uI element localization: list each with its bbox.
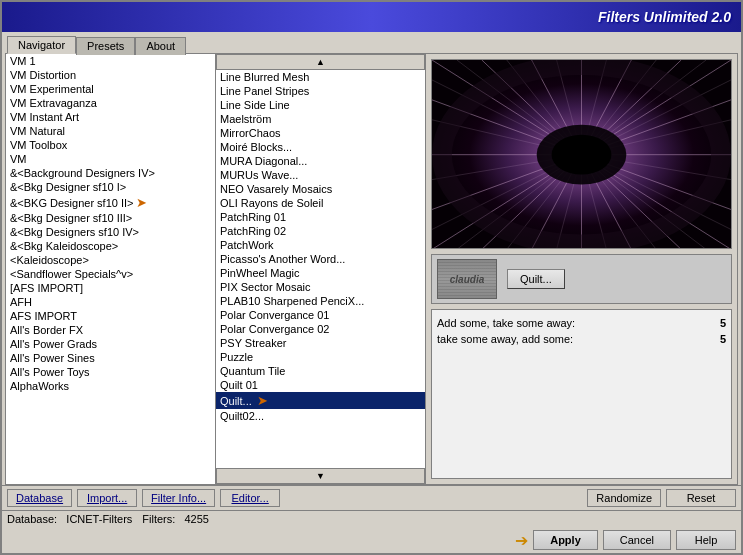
left-list-item[interactable]: AlphaWorks <box>6 379 215 393</box>
preview-image <box>431 59 732 249</box>
left-list-item[interactable]: All's Power Grads <box>6 337 215 351</box>
left-list-item[interactable]: <Kaleidoscope> <box>6 253 215 267</box>
middle-list-item[interactable]: Picasso's Another Word... <box>216 252 425 266</box>
tab-navigator[interactable]: Navigator <box>7 36 76 54</box>
left-list-item[interactable]: AFH <box>6 295 215 309</box>
left-list-item[interactable]: AFS IMPORT <box>6 309 215 323</box>
left-list-item[interactable]: &<Bkg Designer sf10 III> <box>6 211 215 225</box>
tab-presets[interactable]: Presets <box>76 37 135 55</box>
left-list-item[interactable]: VM Instant Art <box>6 110 215 124</box>
middle-list-item[interactable]: Quilt... ➤ <box>216 392 425 409</box>
left-panel: VM 1VM DistortionVM ExperimentalVM Extra… <box>6 54 216 484</box>
apply-arrow-icon: ➔ <box>515 531 528 550</box>
left-list-item[interactable]: [AFS IMPORT] <box>6 281 215 295</box>
left-list-item[interactable]: &<Background Designers IV> <box>6 166 215 180</box>
middle-list-item[interactable]: PatchRing 02 <box>216 224 425 238</box>
apply-btn[interactable]: Apply <box>533 530 598 550</box>
middle-list-item[interactable]: Polar Convergance 02 <box>216 322 425 336</box>
middle-list-item[interactable]: PLAB10 Sharpened PenciX... <box>216 294 425 308</box>
middle-list-item[interactable]: Quilt02... <box>216 409 425 423</box>
tab-bar: Navigator Presets About <box>2 32 741 53</box>
left-list-item[interactable]: &<Bkg Designers sf10 IV> <box>6 225 215 239</box>
left-list-item[interactable]: VM <box>6 152 215 166</box>
import-btn[interactable]: Import... <box>77 489 137 507</box>
reset-btn[interactable]: Reset <box>666 489 736 507</box>
left-list-item[interactable]: All's Power Toys <box>6 365 215 379</box>
middle-list-item[interactable]: MURUs Wave... <box>216 168 425 182</box>
quilt-btn[interactable]: Quilt... <box>507 269 565 289</box>
tab-about[interactable]: About <box>135 37 186 55</box>
middle-list-item[interactable]: PatchWork <box>216 238 425 252</box>
param-label: Add some, take some away: <box>437 317 575 329</box>
randomize-btn[interactable]: Randomize <box>587 489 661 507</box>
left-list-item[interactable]: VM Natural <box>6 124 215 138</box>
bottom-toolbar: Database Import... Filter Info... Editor… <box>2 485 741 510</box>
middle-list-item[interactable]: OLI Rayons de Soleil <box>216 196 425 210</box>
database-label: Database: ICNET-Filters <box>7 513 132 525</box>
param-value: 5 <box>720 317 726 329</box>
title-bar: Filters Unlimited 2.0 <box>2 2 741 32</box>
middle-list-item[interactable]: Quilt 01 <box>216 378 425 392</box>
params-area: Add some, take some away:5take some away… <box>431 309 732 479</box>
left-list-item[interactable]: &<Bkg Kaleidoscope> <box>6 239 215 253</box>
middle-list[interactable]: Line Blurred MeshLine Panel StripesLine … <box>216 70 425 468</box>
left-list[interactable]: VM 1VM DistortionVM ExperimentalVM Extra… <box>6 54 215 484</box>
left-list-item[interactable]: VM 1 <box>6 54 215 68</box>
param-row: Add some, take some away:5 <box>437 315 726 331</box>
quilt-button-area: Quilt... <box>507 269 726 289</box>
middle-list-item[interactable]: PIX Sector Mosaic <box>216 280 425 294</box>
title-bar-text: Filters Unlimited 2.0 <box>598 9 731 25</box>
left-list-item[interactable]: &<Bkg Designer sf10 I> <box>6 180 215 194</box>
left-list-item[interactable]: All's Border FX <box>6 323 215 337</box>
left-list-item[interactable]: <Sandflower Specials^v> <box>6 267 215 281</box>
left-list-item[interactable]: &<BKG Designer sf10 II> ➤ <box>6 194 215 211</box>
middle-list-item[interactable]: Line Side Line <box>216 98 425 112</box>
left-list-item[interactable]: All's Power Sines <box>6 351 215 365</box>
scroll-down-btn[interactable]: ▼ <box>216 468 425 484</box>
middle-list-item[interactable]: PatchRing 01 <box>216 210 425 224</box>
status-bar: Database: ICNET-Filters Filters: 4255 <box>2 510 741 527</box>
left-list-item[interactable]: VM Experimental <box>6 82 215 96</box>
middle-list-item[interactable]: PinWheel Magic <box>216 266 425 280</box>
middle-list-item[interactable]: MirrorChaos <box>216 126 425 140</box>
middle-list-item[interactable]: Puzzle <box>216 350 425 364</box>
watermark-area: claudia Quilt... <box>431 254 732 304</box>
arrow-icon: ➤ <box>136 195 147 210</box>
middle-list-item[interactable]: MURA Diagonal... <box>216 154 425 168</box>
middle-panel: ▲ Line Blurred MeshLine Panel StripesLin… <box>216 54 426 484</box>
middle-list-item[interactable]: Polar Convergance 01 <box>216 308 425 322</box>
middle-list-item[interactable]: NEO Vasarely Mosaics <box>216 182 425 196</box>
param-row: take some away, add some:5 <box>437 331 726 347</box>
help-btn[interactable]: Help <box>676 530 736 550</box>
arrow-icon: ➤ <box>254 393 269 408</box>
svg-point-42 <box>552 135 612 175</box>
middle-list-item[interactable]: Line Blurred Mesh <box>216 70 425 84</box>
middle-list-item[interactable]: PSY Streaker <box>216 336 425 350</box>
middle-list-item[interactable]: Line Panel Stripes <box>216 84 425 98</box>
param-label: take some away, add some: <box>437 333 573 345</box>
database-btn[interactable]: Database <box>7 489 72 507</box>
left-list-item[interactable]: VM Distortion <box>6 68 215 82</box>
filters-label: Filters: 4255 <box>142 513 209 525</box>
param-value: 5 <box>720 333 726 345</box>
left-list-item[interactable]: VM Extravaganza <box>6 96 215 110</box>
middle-list-item[interactable]: Quantum Tile <box>216 364 425 378</box>
editor-btn[interactable]: Editor... <box>220 489 280 507</box>
middle-list-item[interactable]: Maelström <box>216 112 425 126</box>
middle-list-item[interactable]: Moiré Blocks... <box>216 140 425 154</box>
scroll-up-btn[interactable]: ▲ <box>216 54 425 70</box>
main-window: Filters Unlimited 2.0 Navigator Presets … <box>0 0 743 555</box>
right-panel: claudia Quilt... Add some, take some awa… <box>426 54 737 484</box>
left-list-item[interactable]: VM Toolbox <box>6 138 215 152</box>
filter-info-btn[interactable]: Filter Info... <box>142 489 215 507</box>
action-bar: ➔ Apply Cancel Help <box>2 527 741 553</box>
watermark-logo: claudia <box>437 259 497 299</box>
cancel-btn[interactable]: Cancel <box>603 530 671 550</box>
main-content: VM 1VM DistortionVM ExperimentalVM Extra… <box>5 53 738 485</box>
